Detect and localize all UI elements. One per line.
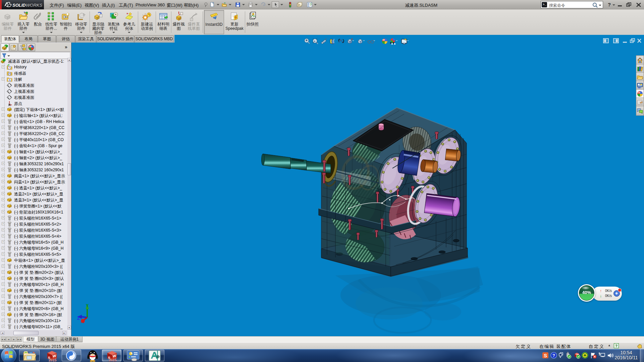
svg-text:SOLID: SOLID xyxy=(12,3,26,8)
svg-text:X: X xyxy=(82,319,85,323)
svg-text:?: ? xyxy=(552,353,555,358)
svg-text:Y: Y xyxy=(86,303,89,308)
svg-text:Z: Z xyxy=(77,316,79,321)
svg-text:2015: 2015 xyxy=(49,358,57,362)
svg-text:±: ± xyxy=(314,40,316,43)
svg-text:2015: 2015 xyxy=(109,358,117,362)
svg-text:WORKS: WORKS xyxy=(26,3,42,8)
svg-text:A: A xyxy=(9,79,11,82)
svg-text:W: W xyxy=(113,354,116,358)
svg-text:S: S xyxy=(544,353,547,358)
svg-text:W: W xyxy=(53,354,56,358)
